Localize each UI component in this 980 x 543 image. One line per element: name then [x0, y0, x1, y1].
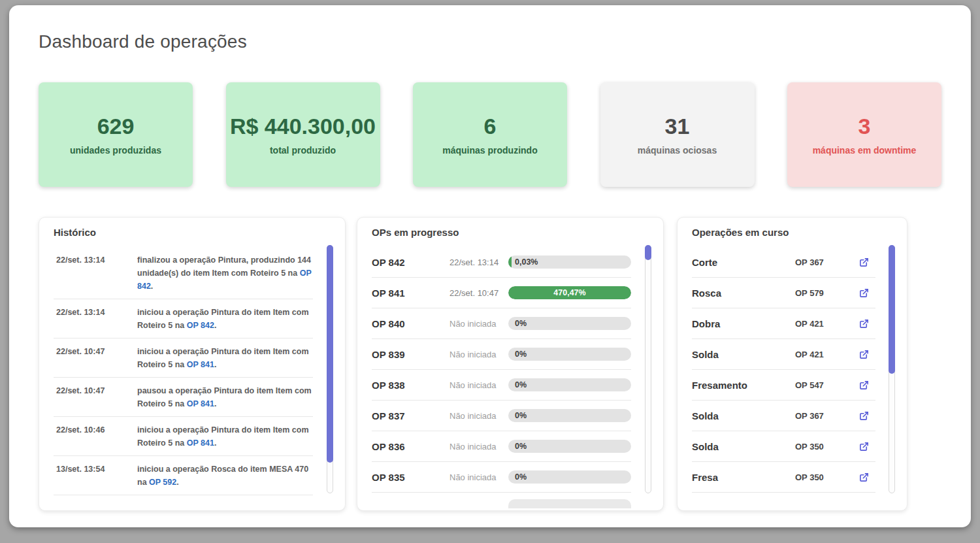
op-status: Não iniciada	[449, 380, 508, 390]
operation-op-number: OP 421	[795, 350, 854, 359]
op-status: Não iniciada	[449, 319, 508, 329]
progress-bar: 0,03%	[508, 255, 631, 269]
progress-bar-label: 0%	[508, 411, 527, 420]
stat-card-label: máquinas em downtime	[813, 145, 917, 156]
history-scrollbar-thumb[interactable]	[327, 245, 333, 463]
operations-scrollbar-thumb[interactable]	[889, 245, 895, 374]
history-item-text: iniciou a operação Pintura do item Item …	[137, 308, 309, 330]
external-link-icon[interactable]	[859, 472, 869, 482]
op-progress-row: OP 837 Não iniciada 0%	[372, 401, 631, 431]
stat-card: 6 máquinas produzindo	[413, 82, 567, 187]
op-progress-row: OP 839 Não iniciada 0%	[372, 339, 631, 370]
history-item-text: iniciou a operação Pintura do item Item …	[137, 425, 309, 448]
history-item-time: 22/set. 10:47	[56, 345, 137, 371]
history-item: 13/set. 13:54 iniciou a operação Rosca d…	[54, 456, 313, 495]
operation-name: Fresa	[692, 472, 795, 483]
stat-card: 31 máquinas ociosas	[600, 82, 755, 187]
op-progress-row: OP 842 22/set. 13:14 0,03%	[372, 247, 631, 278]
operation-name: Corte	[692, 257, 795, 268]
ops-panel-title: OPs em progresso	[372, 227, 649, 238]
external-link-icon[interactable]	[859, 257, 869, 267]
operations-scrollbar[interactable]	[889, 245, 895, 493]
op-link[interactable]: OP 841	[187, 399, 214, 408]
stat-card-label: total produzido	[270, 145, 336, 156]
stat-card-label: máquinas ociosas	[638, 145, 717, 156]
progress-bar: 0%	[508, 317, 631, 330]
operation-op-number: OP 421	[795, 319, 854, 329]
operation-row: Dobra OP 421	[692, 308, 875, 339]
ops-scrollbar-thumb[interactable]	[645, 245, 651, 260]
operation-name: Rosca	[692, 288, 795, 299]
ops-list: OP 842 22/set. 13:14 0,03% OP 841 22/set…	[372, 247, 631, 493]
op-status: Não iniciada	[449, 411, 508, 421]
progress-bar-label: 0,03%	[508, 257, 538, 267]
op-progress-row: OP 841 22/set. 10:47 470,47%	[372, 278, 631, 308]
history-item-text-end: .	[151, 282, 153, 291]
external-link-icon[interactable]	[859, 411, 869, 421]
operation-row: Corte OP 367	[692, 247, 875, 278]
stat-card-value: 31	[665, 114, 690, 139]
progress-bar: 0%	[508, 470, 631, 484]
op-number: OP 840	[372, 318, 449, 329]
history-item-text-end: .	[214, 399, 216, 408]
progress-bar-label: 470,47%	[508, 288, 631, 297]
operation-name: Solda	[692, 410, 795, 421]
progress-bar: 470,47%	[508, 286, 631, 299]
progress-bar-label: 0%	[508, 380, 527, 389]
history-item-text: iniciou a operação Pintura do item Item …	[137, 347, 309, 369]
history-item-description: finalizou a operação Pintura, produzindo…	[137, 254, 313, 293]
history-item: 22/set. 13:14 iniciou a operação Pintura…	[54, 299, 313, 338]
op-number: OP 835	[372, 472, 449, 483]
stat-card-value: 3	[858, 114, 871, 139]
op-link[interactable]: OP 842	[187, 321, 214, 330]
op-number: OP 836	[372, 441, 449, 452]
external-link-icon[interactable]	[859, 380, 869, 390]
stat-card-label: unidades produzidas	[70, 145, 161, 156]
external-link-icon[interactable]	[859, 350, 869, 359]
stat-card-label: máquinas produzindo	[442, 145, 537, 156]
op-number: OP 837	[372, 410, 449, 421]
operation-row: Solda OP 421	[692, 339, 875, 370]
op-status: 22/set. 13:14	[449, 257, 508, 267]
history-item-description: iniciou a operação Pintura do item Item …	[137, 306, 313, 332]
operation-name: Solda	[692, 441, 795, 452]
history-item-text-end: .	[176, 478, 178, 487]
operation-row: Rosca OP 579	[692, 278, 875, 308]
op-status: Não iniciada	[449, 350, 508, 359]
ops-scrollbar[interactable]	[645, 245, 651, 493]
external-link-icon[interactable]	[859, 442, 869, 452]
history-item-time: 13/set. 13:54	[56, 463, 137, 489]
operation-row: Fresa OP 350	[692, 462, 875, 493]
history-item-text-end: .	[214, 438, 216, 448]
op-progress-row: OP 838 Não iniciada 0%	[372, 370, 631, 401]
progress-bar: 0%	[508, 348, 631, 361]
op-progress-row: OP 836 Não iniciada 0%	[372, 431, 631, 462]
external-link-icon[interactable]	[859, 319, 869, 329]
operation-op-number: OP 350	[795, 442, 854, 452]
external-link-icon[interactable]	[859, 288, 869, 298]
operation-op-number: OP 367	[795, 411, 854, 421]
progress-bar-label: 0%	[508, 350, 527, 359]
operation-row: Fresamento OP 547	[692, 370, 875, 401]
history-panel-title: Histórico	[54, 227, 331, 238]
stat-card: R$ 440.300,00 total produzido	[226, 82, 380, 187]
op-link[interactable]: OP 592	[149, 478, 176, 487]
progress-bar-label: 0%	[508, 319, 527, 328]
operations-in-course-panel: Operações em curso Corte OP 367	[677, 217, 907, 511]
history-item: 22/set. 10:47 iniciou a operação Pintura…	[54, 338, 313, 378]
progress-bar: 0%	[508, 409, 631, 422]
op-status: Não iniciada	[449, 442, 508, 452]
op-status: Não iniciada	[449, 472, 508, 482]
history-item-description: iniciou a operação Pintura do item Item …	[137, 345, 313, 371]
op-link[interactable]: OP 841	[187, 360, 214, 369]
history-item-time: 22/set. 13:14	[56, 306, 137, 332]
operation-name: Dobra	[692, 318, 795, 329]
operations-list: Corte OP 367 Rosca OP 579	[692, 247, 875, 493]
history-scrollbar[interactable]	[327, 245, 333, 493]
stat-card: 3 máquinas em downtime	[787, 82, 941, 187]
stat-card-value: 629	[97, 114, 135, 139]
op-link[interactable]: OP 841	[187, 438, 214, 448]
history-item: 22/set. 10:46 iniciou a operação Pintura…	[54, 417, 313, 456]
op-progress-row: OP 835 Não iniciada 0%	[372, 462, 631, 493]
progress-bar: 0%	[508, 378, 631, 391]
